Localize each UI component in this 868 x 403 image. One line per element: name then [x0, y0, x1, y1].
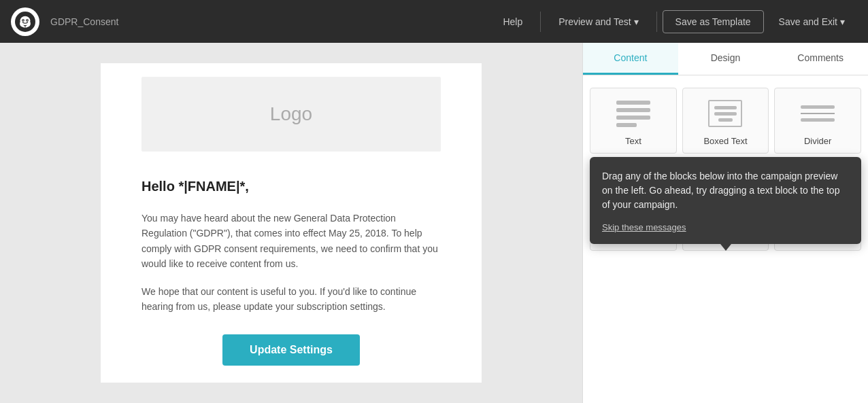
chevron-down-icon-2: ▾	[840, 16, 845, 27]
chevron-down-icon: ▾	[634, 16, 639, 27]
block-text-icon	[613, 97, 654, 130]
nav-actions: Help Preview and Test ▾ Save as Template…	[490, 10, 857, 33]
email-logo-placeholder: Logo	[141, 77, 441, 152]
save-exit-button[interactable]: Save and Exit ▾	[767, 11, 857, 33]
email-greeting: Hello *|FNAME|*,	[141, 179, 441, 194]
tooltip-message: Drag any of the blocks below into the ca…	[602, 169, 849, 212]
block-divider-icon	[797, 97, 838, 130]
skip-messages-link[interactable]: Skip these messages	[602, 222, 686, 232]
campaign-name: GDPR_Consent	[50, 16, 490, 27]
right-panel: Content Design Comments Drag any of the …	[582, 43, 868, 403]
help-button[interactable]: Help	[490, 11, 535, 33]
panel-tabs: Content Design Comments	[583, 43, 868, 75]
preview-test-label: Preview and Test	[558, 16, 631, 27]
main-area: Logo Hello *|FNAME|*, You may have heard…	[0, 43, 868, 403]
tab-content[interactable]: Content	[583, 43, 678, 75]
email-content: Hello *|FNAME|*, You may have heard abou…	[101, 165, 482, 386]
block-text[interactable]: Text	[590, 88, 677, 154]
svg-point-4	[22, 20, 24, 21]
block-boxed-text-icon	[705, 97, 746, 130]
block-text-label: Text	[625, 136, 641, 146]
logo-text: Logo	[270, 103, 312, 125]
email-preview: Logo Hello *|FNAME|*, You may have heard…	[0, 43, 582, 403]
app-logo	[11, 7, 39, 36]
svg-point-5	[27, 20, 28, 21]
preview-test-button[interactable]: Preview and Test ▾	[546, 11, 650, 33]
email-paragraph-2: We hope that our content is useful to yo…	[141, 284, 441, 315]
tab-comments[interactable]: Comments	[773, 43, 868, 75]
nav-divider-2	[656, 12, 657, 32]
block-divider-label: Divider	[804, 136, 831, 146]
tooltip-popup: Drag any of the blocks below into the ca…	[590, 157, 861, 244]
save-exit-label: Save and Exit	[779, 16, 837, 27]
block-divider[interactable]: Divider	[774, 88, 861, 154]
email-paragraph-1: You may have heard about the new General…	[141, 211, 441, 272]
panel-content: Drag any of the blocks below into the ca…	[583, 75, 868, 403]
tab-design[interactable]: Design	[678, 43, 773, 75]
top-navigation: GDPR_Consent Help Preview and Test ▾ Sav…	[0, 0, 868, 43]
block-boxed-text[interactable]: Boxed Text	[682, 88, 769, 154]
email-cta-section: Update Settings	[141, 334, 441, 366]
email-body: Logo Hello *|FNAME|*, You may have heard…	[101, 63, 482, 383]
save-template-button[interactable]: Save as Template	[663, 10, 764, 33]
block-boxed-text-label: Boxed Text	[703, 136, 747, 146]
nav-divider	[540, 12, 541, 32]
update-settings-button[interactable]: Update Settings	[222, 334, 360, 366]
